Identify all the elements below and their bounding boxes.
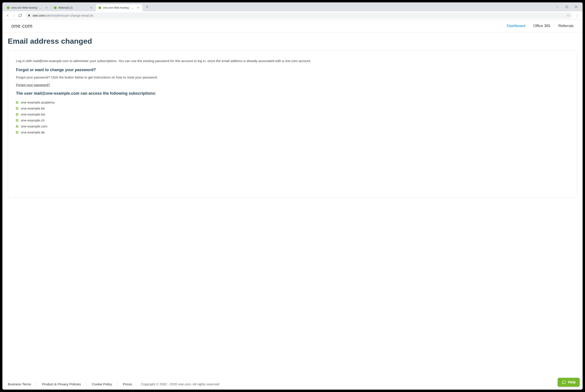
subs-heading: The user mail@one-example.com can access… <box>16 91 569 96</box>
forgot-heading: Forgot or want to change your password? <box>16 68 569 72</box>
browser-tab-1[interactable]: Webmail (2) × <box>51 4 96 11</box>
logo[interactable]: one.com <box>11 23 33 29</box>
subscription-name: one-example.biz <box>21 112 45 116</box>
page-title: Email address changed <box>8 37 577 46</box>
tab-title: one.com Web hosting - Domain <box>11 6 43 9</box>
subscriptions-list: one-example.academyone-example.beone-exa… <box>16 99 569 135</box>
footer-separator <box>117 382 118 386</box>
subscription-name: one-example.be <box>21 106 45 110</box>
bullet-icon <box>16 131 18 134</box>
main-content: Email address changed Log in with mail@o… <box>3 32 582 378</box>
address-bar: one.com/admin/adminuser-change-email.do … <box>3 11 582 20</box>
nav-dashboard[interactable]: Dashboard <box>507 24 525 28</box>
footer-prices[interactable]: Prices <box>123 382 132 386</box>
intro-text: Log in with mail@one-example.com to admi… <box>16 58 569 64</box>
back-button[interactable] <box>5 12 11 18</box>
browser-window: one.com Web hosting - Domain × Webmail (… <box>2 2 583 390</box>
bullet-icon <box>16 119 18 122</box>
nav-referrals[interactable]: Referrals <box>558 24 574 28</box>
footer-business-terms[interactable]: Business Terms <box>8 382 31 386</box>
content-panel: Log in with mail@one-example.com to admi… <box>8 50 577 198</box>
new-tab-button[interactable]: + <box>144 4 150 10</box>
help-label: Help <box>568 380 576 384</box>
minimize-icon[interactable] <box>555 5 559 9</box>
bullet-icon <box>16 107 18 110</box>
subscription-name: one-example.academy <box>21 100 55 104</box>
url-input[interactable]: one.com/admin/adminuser-change-email.do … <box>25 12 572 18</box>
logo-dot: . <box>21 23 22 29</box>
help-button[interactable]: Help <box>558 378 580 387</box>
list-item: one-example.com <box>16 123 569 129</box>
logo-suffix: com <box>22 23 33 29</box>
close-icon[interactable]: × <box>136 6 140 10</box>
site-header: one.com Dashboard Office 365 Referrals <box>3 20 582 32</box>
list-item: one-example.be <box>16 105 569 111</box>
bullet-icon <box>16 113 18 116</box>
nav-links: Dashboard Office 365 Referrals <box>507 24 574 28</box>
url-host: one.com <box>33 14 45 17</box>
svg-rect-1 <box>566 6 568 8</box>
reload-button[interactable] <box>17 12 23 18</box>
url-path: /admin/adminuser-change-email.do <box>45 14 93 17</box>
close-icon[interactable]: × <box>45 6 48 10</box>
nav-office365[interactable]: Office 365 <box>533 24 550 28</box>
lock-icon <box>28 14 31 17</box>
footer-copyright: Copyright © 2002 - 2020 one.com. All rig… <box>141 382 219 386</box>
favicon-icon <box>7 6 10 9</box>
tab-title: Webmail (2) <box>58 6 88 9</box>
forward-button[interactable] <box>11 12 17 18</box>
browser-tab-0[interactable]: one.com Web hosting - Domain × <box>4 4 51 11</box>
footer: Business Terms Product & Privacy Policie… <box>3 378 582 390</box>
maximize-icon[interactable] <box>565 5 569 9</box>
list-item: one-example.de <box>16 129 569 135</box>
close-icon[interactable]: × <box>89 6 93 10</box>
tab-title: one.com Web hosting - Domain <box>103 6 135 9</box>
footer-cookie[interactable]: Cookie Policy <box>92 382 112 386</box>
footer-separator <box>86 382 87 386</box>
bookmark-star-icon[interactable]: ☆ <box>566 13 570 18</box>
browser-menu-icon[interactable]: ⋮ <box>574 12 580 18</box>
logo-prefix: one <box>11 23 21 29</box>
bullet-icon <box>16 101 18 104</box>
list-item: one-example.biz <box>16 111 569 117</box>
subscription-name: one-example.de <box>21 130 45 134</box>
forgot-password-link[interactable]: Forgot your password? <box>16 83 50 87</box>
bullet-icon <box>16 125 18 128</box>
footer-privacy[interactable]: Product & Privacy Policies <box>42 382 81 386</box>
list-item: one-example.ch <box>16 117 569 123</box>
footer-separator <box>37 382 37 386</box>
page-content: one.com Dashboard Office 365 Referrals E… <box>3 20 582 390</box>
subscription-name: one-example.ch <box>21 118 45 122</box>
browser-tab-2[interactable]: one.com Web hosting - Domain × <box>96 4 142 11</box>
forgot-text: Forgot your password? Click the button b… <box>16 75 569 80</box>
chat-icon <box>562 380 566 384</box>
favicon-icon <box>54 6 57 9</box>
favicon-icon <box>99 6 101 9</box>
subscription-name: one-example.com <box>21 124 47 128</box>
window-controls <box>555 5 581 9</box>
close-window-icon[interactable] <box>574 5 578 9</box>
list-item: one-example.academy <box>16 99 569 105</box>
tab-bar: one.com Web hosting - Domain × Webmail (… <box>3 2 582 11</box>
